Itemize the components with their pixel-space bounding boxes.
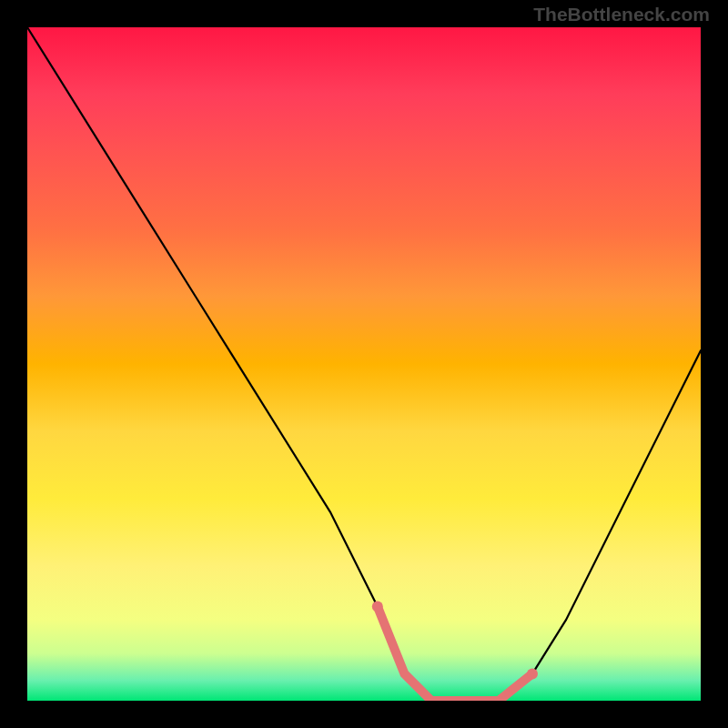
chart-svg	[27, 27, 701, 701]
chart-plot-area	[27, 27, 701, 701]
highlight-segment	[378, 606, 532, 701]
highlight-dot-start	[372, 601, 383, 612]
highlight-dot-end	[527, 668, 538, 679]
watermark-text: TheBottleneck.com	[533, 4, 710, 25]
bottleneck-curve-line	[27, 27, 701, 701]
